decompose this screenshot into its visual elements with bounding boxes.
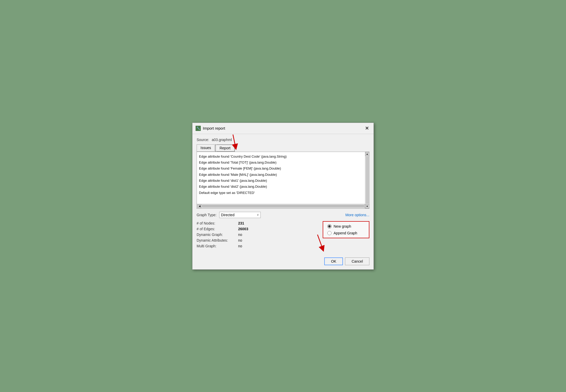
graph-type-label: Graph Type: [197,213,217,217]
graph-type-dropdown[interactable]: Directed ∨ [219,212,261,218]
report-line: Edge attribute found 'dist2' (java.lang.… [199,184,364,190]
report-line: Edge attribute found 'Female [FEM]' (jav… [199,165,364,171]
source-label: Source: [197,138,209,142]
graph-type-left: Graph Type: Directed ∨ [197,212,261,218]
stats-label: Dynamic Graph: [197,233,238,237]
report-line: Edge attribute found 'dist1' (java.lang.… [199,178,364,184]
cancel-button[interactable]: Cancel [345,257,369,265]
tabs-container: Issues Report [197,144,369,152]
dialog-title: 🔧 Import report [196,126,225,131]
scroll-down-arrow[interactable]: ▼ [365,204,369,208]
radio-append-graph[interactable]: Append Graph [327,231,365,235]
tab-issues[interactable]: Issues [197,144,215,152]
stats-value: no [238,238,242,242]
stats-row: Dynamic Attributes:no [197,238,323,242]
graph-type-row: Graph Type: Directed ∨ More options... [197,212,369,218]
stats-value: no [238,244,242,248]
radio-append-graph-label: Append Graph [334,231,357,235]
stats-label: # of Nodes: [197,221,238,225]
ok-button[interactable]: OK [324,257,343,265]
vertical-scrollbar[interactable]: ▲ ▼ [365,152,369,208]
source-line: Source: a03.graphml [197,138,369,142]
more-options-link[interactable]: More options... [345,213,369,217]
h-scroll-track[interactable] [202,205,364,207]
dialog-icon: 🔧 [196,126,201,131]
horizontal-scrollbar[interactable]: ◀ ▶ [197,204,369,208]
radio-append-graph-input[interactable] [327,231,332,235]
radio-new-graph[interactable]: New graph [327,224,365,228]
dropdown-value: Directed [221,213,234,217]
import-report-dialog: 🔧 Import report ✕ Source: a03.graphml Is… [192,123,374,270]
radio-new-graph-input[interactable] [327,224,332,228]
dialog-body: Source: a03.graphml Issues Report [192,134,374,269]
close-button[interactable]: ✕ [363,125,370,132]
report-line: Default edge type set as 'DIRECTED' [199,190,364,196]
stats-row: # of Nodes:231 [197,221,323,225]
dialog-title-text: Import report [203,126,225,130]
stats-value: no [238,233,242,237]
stats-row: Dynamic Graph:no [197,233,323,237]
stats-label: Dynamic Attributes: [197,238,238,242]
stats-label: # of Edges: [197,227,238,231]
chevron-down-icon: ∨ [257,213,259,216]
bottom-section: Graph Type: Directed ∨ More options... #… [197,212,369,265]
scroll-left-arrow[interactable]: ◀ [197,204,202,208]
stats-radio-row: # of Nodes:231# of Edges:26003Dynamic Gr… [197,221,369,250]
stats-value: 231 [238,221,244,225]
stats-label: Multi Graph: [197,244,238,248]
report-line: Edge attribute found 'Total [TOT]' (java… [199,159,364,165]
radio-new-graph-label: New graph [334,224,351,228]
stats-value: 26003 [238,227,248,231]
report-area: Edge attribute found 'Country Dest Code'… [197,152,369,209]
radio-section: New graph Append Graph [323,221,369,238]
scroll-track[interactable] [366,157,369,204]
tab-report[interactable]: Report [215,144,234,152]
report-content[interactable]: Edge attribute found 'Country Dest Code'… [197,152,369,204]
report-line: Edge attribute found 'Country Dest Code'… [199,153,364,159]
stats-section: # of Nodes:231# of Edges:26003Dynamic Gr… [197,221,323,250]
source-filename: a03.graphml [212,138,232,142]
report-line: Edge attribute found 'Male [MAL]' (java.… [199,172,364,178]
scroll-up-arrow[interactable]: ▲ [365,152,369,156]
stats-row: Multi Graph:no [197,244,323,248]
dialog-titlebar: 🔧 Import report ✕ [192,123,374,134]
buttons-row: OK Cancel [197,257,369,265]
stats-row: # of Edges:26003 [197,227,323,231]
